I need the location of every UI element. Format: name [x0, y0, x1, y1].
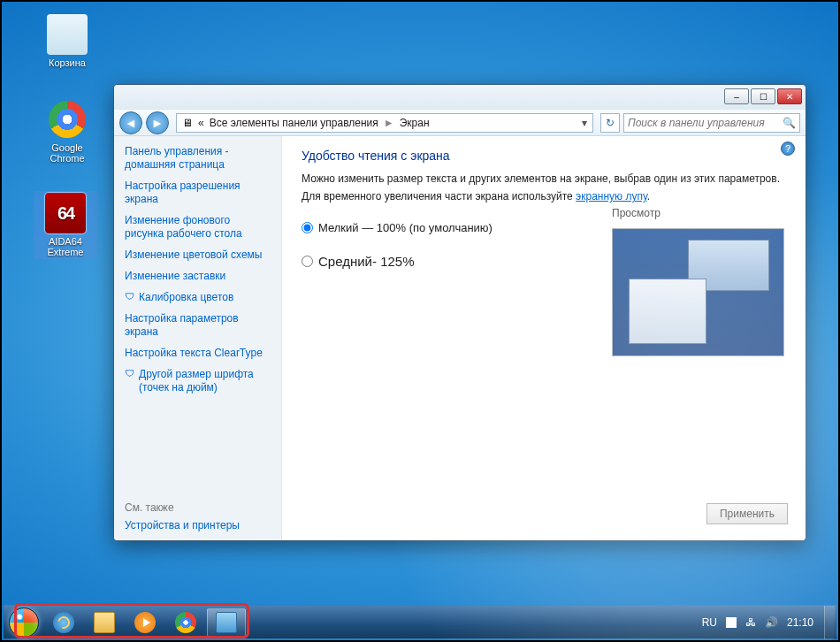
sidebar-item-color-calibration[interactable]: Калибровка цветов: [125, 291, 271, 304]
magnifier-link[interactable]: экранную лупу: [576, 190, 647, 203]
icon-label: Корзина: [35, 57, 99, 68]
navigation-toolbar: ◄ ► 🖥 « Все элементы панели управления ►…: [114, 110, 806, 136]
taskbar-chrome[interactable]: [166, 608, 205, 637]
address-dropdown-icon[interactable]: ▾: [582, 117, 587, 129]
desktop-icon-aida64[interactable]: 64 AIDA64 Extreme: [34, 191, 97, 259]
window-body: Панель управления - домашняя страница На…: [114, 136, 806, 540]
control-panel-window: – ☐ ✕ ◄ ► 🖥 « Все элементы панели управл…: [113, 84, 806, 541]
breadcrumb-prefix: «: [198, 117, 204, 129]
refresh-button[interactable]: ↻: [600, 113, 620, 133]
desktop-icon-chrome[interactable]: Google Chrome: [35, 99, 99, 164]
tray-clock[interactable]: 21:10: [787, 616, 813, 629]
preview-label: Просмотр: [612, 207, 784, 219]
sidebar-item-home[interactable]: Панель управления - домашняя страница: [125, 145, 271, 172]
icon-label: AIDA64 Extreme: [34, 236, 97, 257]
apply-button[interactable]: Применить: [706, 503, 788, 524]
desktop-icon-recycle-bin[interactable]: Корзина: [35, 14, 99, 68]
sidebar-item-display-settings[interactable]: Настройка параметров экрана: [125, 312, 271, 339]
sidebar-item-dpi[interactable]: Другой размер шрифта (точек на дюйм): [125, 368, 271, 394]
tray-network-icon[interactable]: 🖧: [745, 616, 756, 629]
tray-flag-icon[interactable]: [726, 617, 737, 628]
address-bar[interactable]: 🖥 « Все элементы панели управления ► Экр…: [176, 113, 593, 133]
recycle-bin-icon: [47, 14, 88, 55]
taskbar-explorer[interactable]: [85, 608, 124, 637]
sidebar-item-screensaver[interactable]: Изменение заставки: [125, 270, 271, 283]
search-box[interactable]: 🔍: [623, 113, 800, 133]
see-also-devices-printers[interactable]: Устройства и принтеры: [125, 519, 240, 531]
page-desc-1: Можно изменить размер текста и других эл…: [302, 172, 790, 186]
tray-lang[interactable]: RU: [702, 616, 717, 629]
minimize-button[interactable]: –: [724, 88, 749, 104]
icon-label: Google Chrome: [35, 142, 99, 164]
content-pane: ? Удобство чтения с экрана Можно изменит…: [282, 136, 806, 540]
taskbar-control-panel[interactable]: [207, 608, 246, 637]
search-icon[interactable]: 🔍: [783, 117, 796, 129]
sidebar-item-resolution[interactable]: Настройка разрешения экрана: [125, 180, 271, 206]
media-player-icon: [134, 612, 156, 633]
chrome-icon: [47, 99, 88, 140]
windows-orb-icon: [9, 608, 39, 638]
sidebar-see-also: См. также Устройства и принтеры: [125, 501, 271, 531]
control-panel-icon: [216, 612, 237, 633]
taskbar: RU 🖧 🔊 21:10: [4, 605, 836, 638]
sidebar-item-wallpaper[interactable]: Изменение фонового рисунка рабочего стол…: [125, 214, 271, 241]
tray-volume-icon[interactable]: 🔊: [765, 616, 778, 629]
ie-icon: [53, 612, 74, 633]
show-desktop-button[interactable]: [824, 606, 835, 639]
breadcrumb-root[interactable]: Все элементы панели управления: [210, 117, 378, 129]
sidebar-item-colorscheme[interactable]: Изменение цветовой схемы: [125, 248, 271, 262]
taskbar-ie[interactable]: [44, 608, 83, 637]
taskbar-media-player[interactable]: [126, 608, 164, 637]
search-input[interactable]: [628, 117, 783, 129]
aida64-icon: 64: [45, 193, 86, 233]
sidebar-links: Панель управления - домашняя страница На…: [125, 145, 271, 402]
window-titlebar[interactable]: – ☐ ✕: [114, 85, 806, 110]
chrome-icon: [175, 612, 196, 633]
breadcrumb-sep: ►: [384, 117, 394, 129]
page-desc-2: Для временного увеличения части экрана и…: [302, 189, 790, 203]
preview-panel: Просмотр: [612, 207, 784, 356]
help-icon[interactable]: ?: [781, 141, 795, 156]
close-button[interactable]: ✕: [777, 88, 802, 104]
page-title: Удобство чтения с экрана: [302, 149, 790, 163]
sidebar: Панель управления - домашняя страница На…: [114, 136, 282, 540]
preview-monitor-image: [612, 228, 784, 356]
see-also-header: См. также: [125, 501, 271, 514]
radio-small[interactable]: [302, 222, 313, 233]
radio-medium[interactable]: [302, 256, 313, 267]
forward-button[interactable]: ►: [146, 111, 169, 134]
maximize-button[interactable]: ☐: [751, 88, 775, 104]
start-button[interactable]: [5, 606, 42, 639]
system-tray: RU 🖧 🔊 21:10: [695, 616, 821, 629]
sidebar-item-cleartype[interactable]: Настройка текста ClearType: [125, 347, 271, 360]
back-button[interactable]: ◄: [119, 111, 142, 134]
breadcrumb-leaf[interactable]: Экран: [400, 117, 430, 129]
monitor-icon: 🖥: [182, 117, 193, 129]
desktop: Корзина Google Chrome 64 AIDA64 Extreme …: [0, 0, 840, 642]
folder-icon: [94, 612, 115, 633]
